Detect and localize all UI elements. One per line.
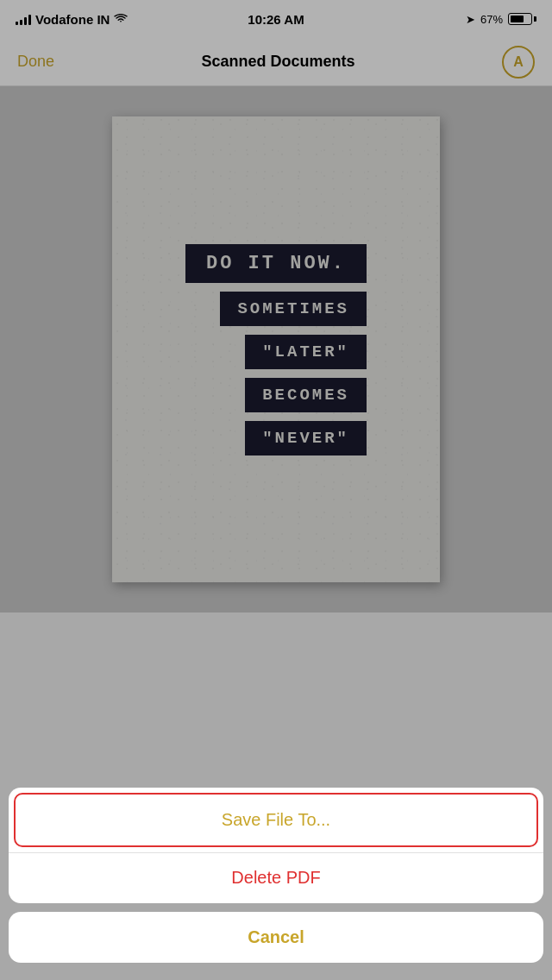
action-sheet-cancel: Cancel — [9, 912, 543, 963]
action-sheet-main: Save File To... Delete PDF — [9, 788, 543, 903]
cancel-button[interactable]: Cancel — [9, 912, 543, 963]
save-file-button[interactable]: Save File To... — [14, 793, 538, 847]
delete-pdf-button[interactable]: Delete PDF — [9, 852, 543, 903]
action-sheet-container: Save File To... Delete PDF Cancel — [0, 788, 552, 980]
